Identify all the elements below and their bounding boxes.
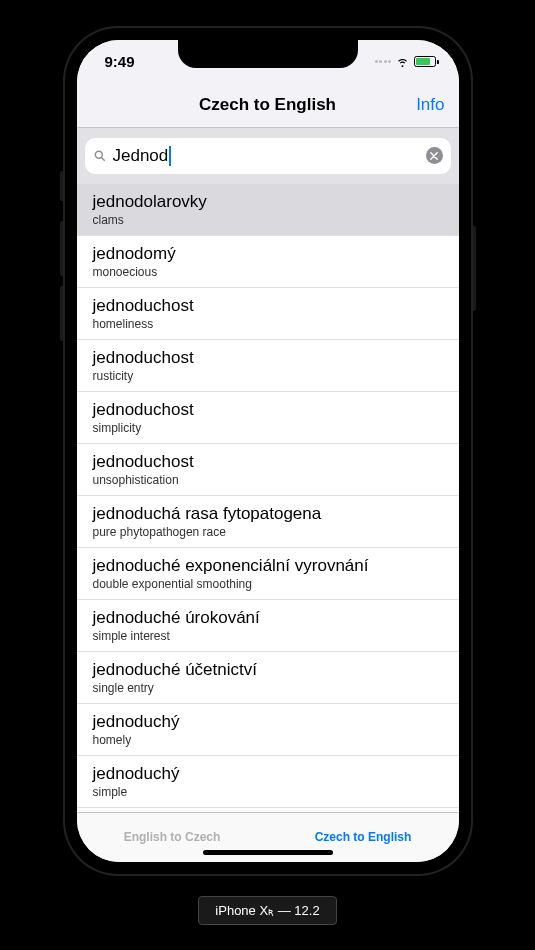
list-item[interactable]: jednoduchostsimplicity: [77, 392, 459, 444]
entry-english: homely: [93, 733, 443, 747]
search-input[interactable]: Jednod: [85, 138, 451, 174]
entry-english: single entry: [93, 681, 443, 695]
notch: [178, 40, 358, 68]
entry-english: clams: [93, 213, 443, 227]
entry-czech: jednoduchý: [93, 712, 443, 732]
entry-czech: jednoduchost: [93, 452, 443, 472]
list-item[interactable]: jednoduchýhomely: [77, 704, 459, 756]
entry-czech: jednoduché exponenciální vyrovnání: [93, 556, 443, 576]
list-item[interactable]: jednodolarovkyclams: [77, 184, 459, 236]
info-button[interactable]: Info: [416, 95, 444, 115]
page-title: Czech to English: [199, 95, 336, 115]
list-item[interactable]: jednoduchostrusticity: [77, 340, 459, 392]
search-icon: [93, 149, 107, 163]
status-time: 9:49: [105, 53, 135, 70]
entry-czech: jednoduchá rasa fytopatogena: [93, 504, 443, 524]
navigation-bar: Czech to English Info: [77, 84, 459, 128]
entry-czech: jednoduchost: [93, 348, 443, 368]
entry-english: simple: [93, 785, 443, 799]
entry-czech: jednodolarovky: [93, 192, 443, 212]
volume-up-button: [60, 221, 63, 276]
search-text-value: Jednod: [113, 146, 169, 166]
entry-czech: jednodomý: [93, 244, 443, 264]
entry-czech: jednoduché úrokování: [93, 608, 443, 628]
cellular-icon: [375, 60, 392, 63]
entry-english: unsophistication: [93, 473, 443, 487]
wifi-icon: [395, 54, 410, 69]
search-container: Jednod: [77, 128, 459, 184]
entry-english: simplicity: [93, 421, 443, 435]
svg-line-1: [101, 157, 104, 160]
power-button: [473, 226, 476, 311]
entry-czech: jednoduchý: [93, 764, 443, 784]
entry-czech: jednoduchost: [93, 400, 443, 420]
text-cursor: [169, 146, 171, 166]
list-item[interactable]: jednoduché účetnictvísingle entry: [77, 652, 459, 704]
device-label: iPhone Xʀ — 12.2: [198, 896, 336, 925]
silent-switch: [60, 171, 63, 201]
list-item[interactable]: jednoduchosthomeliness: [77, 288, 459, 340]
search-value: Jednod: [113, 146, 420, 166]
device-frame: 9:49 Czech to English Info Jednod: [63, 26, 473, 876]
list-item[interactable]: jednodomýmonoecious: [77, 236, 459, 288]
list-item[interactable]: jednoduchá rasa fytopatogenapure phytopa…: [77, 496, 459, 548]
battery-icon: [414, 56, 439, 67]
entry-english: simple interest: [93, 629, 443, 643]
close-icon: [430, 152, 438, 160]
device-sep: —: [274, 903, 294, 918]
list-item[interactable]: jednoduché exponenciální vyrovnánídouble…: [77, 548, 459, 600]
entry-english: rusticity: [93, 369, 443, 383]
device-os: 12.2: [294, 903, 319, 918]
list-item[interactable]: jednoduchostunsophistication: [77, 444, 459, 496]
home-indicator[interactable]: [203, 850, 333, 855]
volume-down-button: [60, 286, 63, 341]
clear-search-button[interactable]: [426, 147, 443, 164]
screen: 9:49 Czech to English Info Jednod: [77, 40, 459, 862]
results-list[interactable]: jednodolarovkyclamsjednodomýmonoeciousje…: [77, 184, 459, 812]
entry-english: homeliness: [93, 317, 443, 331]
list-item[interactable]: jednoduché úrokovánísimple interest: [77, 600, 459, 652]
entry-czech: jednoduchost: [93, 296, 443, 316]
entry-english: double exponential smoothing: [93, 577, 443, 591]
list-item[interactable]: jednoduchýsimple: [77, 756, 459, 808]
entry-czech: jednoduché účetnictví: [93, 660, 443, 680]
svg-point-0: [95, 151, 102, 158]
entry-english: pure phytopathogen race: [93, 525, 443, 539]
entry-english: monoecious: [93, 265, 443, 279]
device-name: iPhone X: [215, 903, 268, 918]
status-icons: [375, 54, 439, 69]
